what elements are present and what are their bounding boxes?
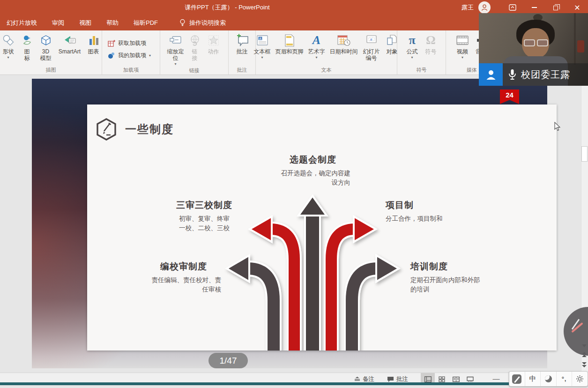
slide-canvas[interactable]: 一些制度 选题会制度 召开选题会，确定内容建 设方向 三审三校制度 初审、复审、… (32, 79, 547, 368)
slide-header: 一些制度 (95, 118, 174, 141)
dropdown-arrow: ▾ (174, 62, 176, 66)
zoom-icon (169, 33, 182, 48)
tell-me-search[interactable]: 操作说明搜索 (179, 19, 226, 27)
symbol-button: Ω 符号 (422, 32, 440, 56)
tab-help[interactable]: 帮助 (106, 19, 119, 27)
group-label: 插图 (2, 67, 100, 75)
tab-foxit-pdf[interactable]: 福昕PDF (134, 19, 158, 27)
notes-icon (354, 376, 360, 382)
ime-punctuation-toggle[interactable]: °, (557, 372, 573, 386)
group-label: 批注 (231, 67, 253, 75)
participant-badge (479, 63, 503, 86)
equation-icon: π (409, 33, 415, 48)
symbol-icon: Ω (426, 33, 436, 48)
chart-icon (88, 33, 100, 48)
new-comment-button[interactable]: 批注 (233, 32, 252, 56)
zoom-button[interactable]: 缩放定 位▾ (166, 32, 186, 67)
door-frame (574, 13, 576, 65)
dropdown-arrow: ▾ (7, 56, 9, 60)
group-label: 加载项 (104, 67, 158, 75)
datetime-button[interactable]: 日期和时间 (327, 32, 360, 56)
group-label: 符号 (399, 67, 444, 75)
3d-model-icon (40, 33, 52, 48)
svg-text:A: A (259, 37, 261, 40)
video-button[interactable]: 视频▾ (453, 32, 472, 60)
participant-name: 校团委王露 (521, 68, 570, 81)
slide-number-button[interactable]: # 幻灯片 编号 (360, 32, 383, 62)
group-illustrations: 形状▾ 图 标 3D 模型 SmartArt 图表 (0, 30, 102, 75)
statusbar: 备注 批注 — (0, 373, 588, 385)
moon-icon (545, 375, 552, 382)
ime-fullwidth-toggle[interactable] (541, 372, 557, 386)
link-icon (189, 33, 201, 48)
ribbon-display-icon (509, 4, 516, 11)
gear-icon (576, 375, 584, 383)
next-slide-button[interactable] (581, 362, 587, 367)
equation-button[interactable]: π 公式▾ (403, 32, 422, 60)
smartart-button[interactable]: SmartArt (55, 32, 84, 56)
datetime-icon (337, 33, 350, 48)
mouse-cursor (554, 122, 561, 131)
participant-name-bar: 校团委王露 (479, 63, 588, 86)
slide-number-icon: # (365, 33, 378, 48)
3d-models-button[interactable]: 3D 模型 (37, 32, 55, 62)
node-three-review: 三审三校制度 初审、复审、终审 一校、二校、三校 (162, 199, 246, 232)
shapes-button[interactable]: 形状▾ (0, 32, 18, 60)
floating-tool-button[interactable] (564, 307, 588, 356)
group-links: 缩放定 位▾ 链 接 动作 链接 (160, 30, 229, 75)
smartart-icon (63, 33, 77, 48)
icons-icon (21, 33, 33, 48)
textbox-icon: A (256, 33, 268, 48)
svg-text:#: # (370, 37, 372, 42)
header-footer-icon (284, 33, 295, 48)
video-icon (456, 33, 469, 48)
scrollbar-thumb[interactable] (581, 146, 588, 162)
wall-decoration (577, 40, 584, 52)
get-addins-button[interactable]: 获取加载项 (108, 39, 146, 47)
dropdown-arrow: ▾ (461, 56, 463, 60)
tab-review[interactable]: 审阅 (52, 19, 64, 27)
group-text: A 文本框▾ 页眉和页脚 A 艺术字▾ 日期和时间 # 幻灯片 编号 (256, 30, 397, 75)
reading-view-icon (453, 376, 460, 382)
action-button: 动作 (204, 32, 223, 56)
chart-button[interactable]: 图表 (84, 32, 103, 56)
account-name[interactable]: 露王 (461, 3, 474, 12)
get-addins-icon (108, 39, 115, 47)
microphone-icon (508, 69, 516, 80)
person-icon (480, 3, 489, 12)
shapes-icon (2, 33, 15, 48)
tab-slideshow[interactable]: 幻灯片放映 (7, 19, 37, 27)
ime-language-toggle[interactable]: 中 (525, 372, 541, 386)
node-training: 培训制度 定期召开面向内部和外部 的培训 (410, 261, 495, 294)
node-topic-meeting: 选题会制度 召开选题会，确定内容建 设方向 (275, 154, 350, 187)
bottom-edge-strip (0, 382, 588, 385)
icons-button[interactable]: 图 标 (18, 32, 37, 62)
slide-content-panel[interactable]: 一些制度 选题会制度 召开选题会，确定内容建 设方向 三审三校制度 初审、复审、… (87, 104, 557, 351)
ime-toolbar: 中 °, (509, 371, 588, 387)
dropdown-arrow: ▾ (149, 54, 151, 58)
ime-logo-button[interactable] (509, 372, 525, 386)
page-indicator: 1/47 (208, 353, 248, 368)
header-footer-button[interactable]: 页眉和页脚 (273, 32, 306, 56)
my-addins-icon (108, 52, 115, 59)
account-avatar[interactable] (478, 1, 491, 14)
node-edit-review: 编校审制度 责任编辑、责任校对、责 任审核 (146, 261, 221, 294)
new-comment-icon (235, 33, 249, 48)
glasses (524, 39, 548, 46)
group-label: 链接 (162, 67, 226, 75)
tab-view[interactable]: 视图 (79, 19, 91, 27)
my-addins-button[interactable]: 我的加载项 ▾ (108, 52, 151, 60)
textbox-button[interactable]: A 文本框▾ (252, 32, 273, 60)
comments-icon (387, 376, 394, 382)
powerpoint-window: 课件PPT（王露） - PowerPoint 露王 ✕ 幻灯片放映 审阅 视图 … (0, 0, 588, 388)
wordart-icon: A (313, 33, 320, 48)
slideshow-icon (467, 376, 474, 382)
window-title: 课件PPT（王露） - PowerPoint (0, 0, 454, 15)
wordart-button[interactable]: A 艺术字▾ (306, 32, 327, 60)
webcam-overlay[interactable]: 校团委王露 (479, 13, 588, 86)
slide-title: 一些制度 (125, 122, 174, 137)
link-button: 链 接 (186, 32, 204, 62)
ime-settings-button[interactable] (572, 372, 588, 386)
slide-workspace: 一些制度 选题会制度 召开选题会，确定内容建 设方向 三审三校制度 初审、复审、… (0, 75, 588, 373)
ime-logo-icon (512, 374, 521, 384)
